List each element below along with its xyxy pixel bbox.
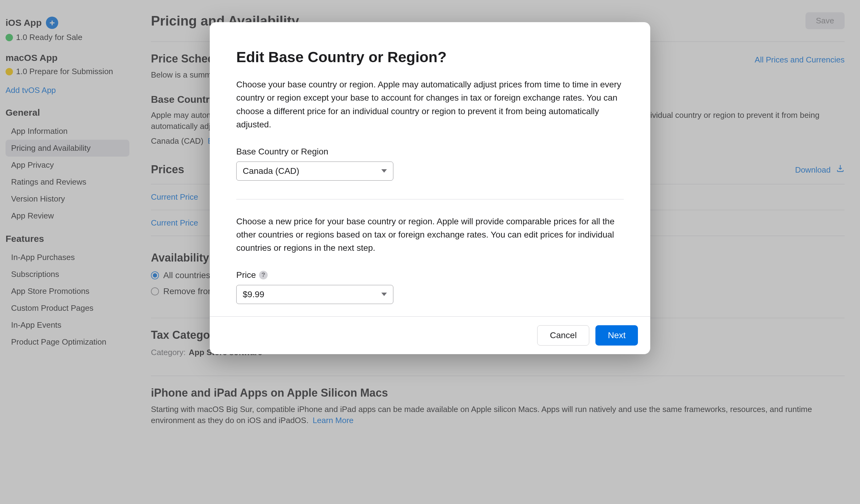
base-country-select[interactable]: Canada (CAD) xyxy=(236,162,393,181)
modal-divider xyxy=(236,199,624,199)
modal-overlay: Edit Base Country or Region? Choose your… xyxy=(0,0,860,504)
modal-desc-1: Choose your base country or region. Appl… xyxy=(236,78,624,131)
info-icon[interactable]: ? xyxy=(259,271,268,279)
edit-base-country-modal: Edit Base Country or Region? Choose your… xyxy=(210,22,650,354)
modal-desc-2: Choose a new price for your base country… xyxy=(236,215,624,255)
cancel-button[interactable]: Cancel xyxy=(537,325,589,345)
modal-title: Edit Base Country or Region? xyxy=(236,49,624,65)
base-country-select-value: Canada (CAD) xyxy=(243,166,299,176)
modal-footer: Cancel Next xyxy=(210,316,650,354)
base-country-field-label: Base Country or Region xyxy=(236,147,624,157)
chevron-down-icon xyxy=(381,169,387,173)
next-button[interactable]: Next xyxy=(596,325,638,345)
chevron-down-icon xyxy=(381,293,387,296)
price-field-label: Price ? xyxy=(236,270,624,280)
price-select[interactable]: $9.99 xyxy=(236,285,393,304)
price-select-value: $9.99 xyxy=(243,290,264,299)
